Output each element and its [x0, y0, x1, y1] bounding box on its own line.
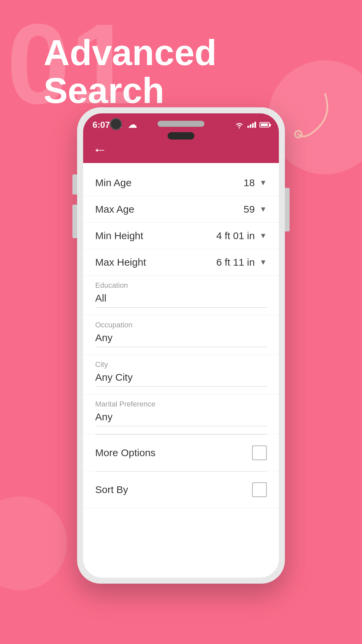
city-label: City: [95, 360, 267, 369]
more-options-label: More Options: [95, 447, 156, 459]
education-label: Education: [95, 281, 267, 290]
marital-value: Any: [95, 411, 267, 426]
home-sensor: [168, 132, 194, 140]
signal-icon: [247, 122, 256, 128]
cloud-icon: ☁: [128, 120, 137, 130]
front-camera: [110, 118, 122, 130]
min-height-arrow: ▼: [259, 231, 267, 240]
max-height-arrow: ▼: [259, 258, 267, 267]
back-button[interactable]: ←: [93, 141, 107, 158]
title-line1: Advanced: [44, 34, 217, 71]
nav-bar: ←: [83, 136, 279, 163]
side-button-vol-down: [72, 205, 77, 238]
min-age-value[interactable]: 18 ▼: [244, 177, 267, 189]
sort-by-checkbox[interactable]: [252, 482, 267, 497]
min-age-label: Min Age: [95, 177, 131, 189]
form-content: Min Age 18 ▼ Max Age 59 ▼ Min Height 4 f…: [83, 163, 279, 515]
speaker-grille: [158, 121, 204, 127]
page-title-block: Advanced Search: [44, 34, 217, 110]
min-age-arrow: ▼: [259, 178, 267, 187]
phone-frame: 6:07 ▲ ☁: [77, 107, 285, 584]
max-height-value[interactable]: 6 ft 11 in ▼: [216, 257, 267, 268]
phone-screen: 6:07 ▲ ☁: [83, 113, 279, 578]
city-section[interactable]: City Any City: [83, 355, 279, 394]
bg-curl-decoration: [292, 87, 332, 141]
max-age-text: 59: [244, 204, 255, 215]
wifi-icon: [235, 121, 244, 128]
status-icons-right: [235, 121, 269, 128]
min-age-text: 18: [244, 177, 255, 189]
max-age-value[interactable]: 59 ▼: [244, 204, 267, 215]
marital-section[interactable]: Marital Preference Any: [83, 394, 279, 434]
more-options-checkbox[interactable]: [252, 445, 267, 460]
bg-circle2: [0, 496, 67, 590]
max-height-text: 6 ft 11 in: [216, 257, 255, 268]
occupation-value: Any: [95, 332, 267, 347]
max-age-row[interactable]: Max Age 59 ▼: [83, 196, 279, 223]
max-height-row[interactable]: Max Height 6 ft 11 in ▼: [83, 249, 279, 276]
side-button-power: [285, 188, 290, 231]
max-age-label: Max Age: [95, 204, 134, 215]
side-button-vol-up: [72, 174, 77, 195]
battery-icon: [259, 122, 269, 127]
max-age-arrow: ▼: [259, 205, 267, 214]
max-height-label: Max Height: [95, 257, 146, 268]
min-height-row[interactable]: Min Height 4 ft 01 in ▼: [83, 223, 279, 249]
status-time: 6:07: [93, 120, 110, 130]
education-value: All: [95, 292, 267, 308]
min-age-row[interactable]: Min Age 18 ▼: [83, 170, 279, 196]
more-options-row[interactable]: More Options: [83, 435, 279, 471]
marital-label: Marital Preference: [95, 400, 267, 409]
min-height-text: 4 ft 01 in: [216, 230, 255, 241]
occupation-section[interactable]: Occupation Any: [83, 315, 279, 355]
sort-by-row[interactable]: Sort By: [83, 472, 279, 508]
occupation-label: Occupation: [95, 321, 267, 329]
sort-by-label: Sort By: [95, 484, 128, 495]
title-line2: Search: [44, 71, 217, 109]
city-value: Any City: [95, 372, 267, 387]
min-height-value[interactable]: 4 ft 01 in ▼: [216, 230, 267, 241]
education-section[interactable]: Education All: [83, 276, 279, 315]
min-height-label: Min Height: [95, 230, 143, 241]
